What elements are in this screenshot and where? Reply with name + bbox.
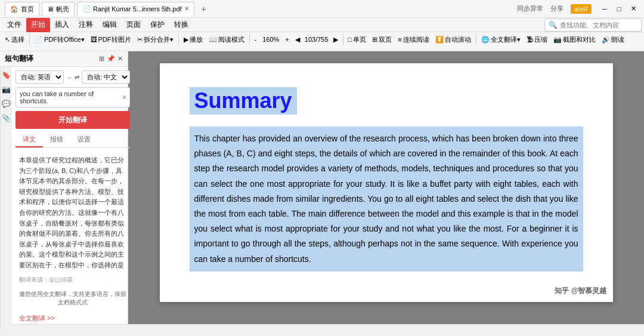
- window-controls: 同步异常 分享 ateR ─ □ ✕: [517, 3, 639, 15]
- close-button[interactable]: ✕: [627, 3, 639, 15]
- pdf-icon: 📄: [82, 5, 91, 13]
- menu-protect[interactable]: 保护: [145, 18, 169, 32]
- tab-home-label: 首页: [21, 5, 34, 14]
- screenshot-icon: 📷: [553, 36, 562, 44]
- bookmark-icon[interactable]: 🔖: [0, 69, 13, 81]
- main-layout: 短句翻译 ⊞ 📌 ✕ 🔖 📷 💬 📎 自动: 英语: [0, 51, 644, 324]
- translation-content: 自动: 英语 → ⇄ 自动: 中文 you can take a number …: [12, 67, 134, 329]
- minimize-button[interactable]: ─: [599, 3, 611, 15]
- play-btn[interactable]: ▶ 播放: [181, 32, 205, 47]
- input-text[interactable]: you can take a number of shortcuts.: [16, 88, 129, 107]
- continuous-btn[interactable]: ≡ 连续阅读: [395, 32, 431, 47]
- read-icon: 📖: [209, 36, 217, 44]
- translate-btn[interactable]: 🌐 全文翻译▾: [479, 32, 523, 47]
- menu-insert[interactable]: 插入: [50, 18, 74, 32]
- play-icon: ▶: [184, 36, 188, 44]
- watermark: 知乎 @智慕灵越: [555, 286, 606, 296]
- menu-comment[interactable]: 注释: [74, 18, 98, 32]
- translation-tabs: 译文 报错 设置: [16, 132, 130, 148]
- sep2: [178, 33, 179, 45]
- menu-edit[interactable]: 编辑: [98, 18, 122, 32]
- camera-icon[interactable]: 📷: [0, 84, 13, 95]
- split-icon: ✂: [137, 36, 143, 44]
- tab-pdf-label: Ranjit Kumar 5...inners 5th.pdf: [93, 5, 182, 13]
- double-page-icon: ⊞: [372, 36, 377, 44]
- swap-icon[interactable]: ⇄: [75, 74, 79, 81]
- tab-close-btn[interactable]: ✕: [184, 5, 189, 12]
- source-label: 翻译来源：金山词霸: [16, 275, 130, 285]
- translated-text: 本章提供了研究过程的概述，它已分为三个阶段(a, B, C)和八个步骤，具体节见…: [16, 152, 130, 271]
- pdf-summary-title: Summary: [190, 87, 297, 115]
- zoom-level: 160%: [260, 36, 281, 43]
- double-page-btn[interactable]: ⊞ 双页: [370, 32, 394, 47]
- page-info: 103/755: [304, 36, 330, 43]
- sep3: [249, 33, 250, 45]
- new-tab-button[interactable]: +: [197, 2, 211, 16]
- tab-shell[interactable]: 🖥 帆壳: [42, 2, 75, 16]
- sep1: [29, 33, 30, 45]
- pdf-viewer: Summary This chapter has provided an ove…: [128, 51, 644, 324]
- lang-row: 自动: 英语 → ⇄ 自动: 中文: [16, 70, 130, 84]
- toolbar-main: ↖ 选择 📄 PDF转Office▾ 🖼 PDF转图片 ✂ 拆分合并▾ ▶ 播放…: [0, 32, 644, 51]
- tab-home[interactable]: 🏠 首页: [5, 2, 39, 16]
- shell-icon: 🖥: [47, 5, 54, 13]
- lang-arrow: →: [66, 74, 72, 81]
- single-page-icon: □: [348, 36, 352, 43]
- compress-btn[interactable]: 🗜 压缩: [524, 32, 550, 47]
- left-icon-strip: 🔖 📷 💬 📎: [0, 67, 12, 329]
- tab-translation[interactable]: 译文: [16, 132, 43, 147]
- menu-page[interactable]: 页面: [122, 18, 145, 32]
- single-page-btn[interactable]: □ 单页: [346, 32, 369, 47]
- share-btn[interactable]: 分享: [550, 4, 564, 13]
- prev-page-btn[interactable]: ◀: [293, 32, 302, 47]
- tab-error[interactable]: 报错: [43, 132, 70, 147]
- auto-scroll-btn[interactable]: ⏬ 自动滚动: [433, 32, 473, 47]
- maximize-button[interactable]: □: [613, 3, 625, 15]
- continuous-icon: ≡: [398, 36, 401, 43]
- to-lang-select[interactable]: 自动: 中文: [82, 70, 130, 84]
- tab-shell-label: 帆壳: [56, 5, 69, 14]
- auto-scroll-icon: ⏬: [435, 36, 444, 44]
- translation-sidebar: 短句翻译 ⊞ 📌 ✕ 🔖 📷 💬 📎 自动: 英语: [0, 51, 128, 324]
- read-mode-btn[interactable]: 📖 阅读模式: [206, 32, 247, 47]
- home-icon: 🏠: [10, 5, 18, 13]
- search-box[interactable]: 🔍: [544, 19, 642, 32]
- menu-start[interactable]: 开始: [26, 18, 50, 32]
- translate-icon: 🌐: [481, 36, 490, 44]
- pdf-page: Summary This chapter has provided an ove…: [160, 63, 613, 302]
- compress-icon: 🗜: [527, 36, 533, 43]
- select-icon: ↖: [5, 36, 10, 44]
- select-tool-btn[interactable]: ↖ 选择: [2, 32, 27, 47]
- pdf-to-office-btn[interactable]: 📄 PDF转Office▾: [32, 32, 87, 47]
- sep4: [343, 33, 343, 45]
- tool-group-select: ↖ 选择: [2, 32, 27, 47]
- sidebar-icons: ⊞ 📌 ✕: [99, 55, 123, 63]
- close-panel-icon[interactable]: ✕: [117, 55, 123, 63]
- search-icon: 🔍: [549, 21, 558, 29]
- tab-settings[interactable]: 设置: [70, 132, 98, 147]
- screenshot-btn[interactable]: 📷 截图和对比: [551, 32, 598, 47]
- pdf-to-image-btn[interactable]: 🖼 PDF转图片: [88, 32, 134, 47]
- attachment-icon[interactable]: 📎: [0, 112, 13, 124]
- read-aloud-btn[interactable]: 🔊 朗读: [599, 32, 627, 47]
- comment-icon[interactable]: 💬: [0, 98, 13, 110]
- from-lang-select[interactable]: 自动: 英语: [16, 70, 64, 84]
- pin-icon[interactable]: 📌: [107, 55, 115, 63]
- tab-pdf[interactable]: 📄 Ranjit Kumar 5...inners 5th.pdf ✕: [77, 2, 194, 16]
- read-aloud-icon: 🔊: [602, 36, 610, 44]
- zoom-out-btn[interactable]: -: [252, 32, 259, 47]
- clear-input-btn[interactable]: ✕: [122, 94, 127, 101]
- next-page-btn[interactable]: ▶: [331, 32, 340, 47]
- rate-btn[interactable]: ateR: [571, 4, 592, 14]
- pdf-image-icon: 🖼: [91, 36, 97, 43]
- search-input[interactable]: [560, 21, 637, 29]
- menu-convert[interactable]: 转换: [169, 18, 193, 32]
- zoom-in-btn[interactable]: +: [283, 32, 291, 47]
- full-translate-link[interactable]: 全文翻译 >>: [16, 312, 130, 325]
- menu-file[interactable]: 文件: [2, 18, 26, 32]
- split-merge-btn[interactable]: ✂ 拆分合并▾: [135, 32, 176, 47]
- sync-status: 同步异常: [517, 4, 543, 13]
- float-icon[interactable]: ⊞: [99, 55, 104, 63]
- input-area: you can take a number of shortcuts. ✕: [16, 87, 130, 107]
- start-translate-btn[interactable]: 开始翻译: [16, 111, 130, 129]
